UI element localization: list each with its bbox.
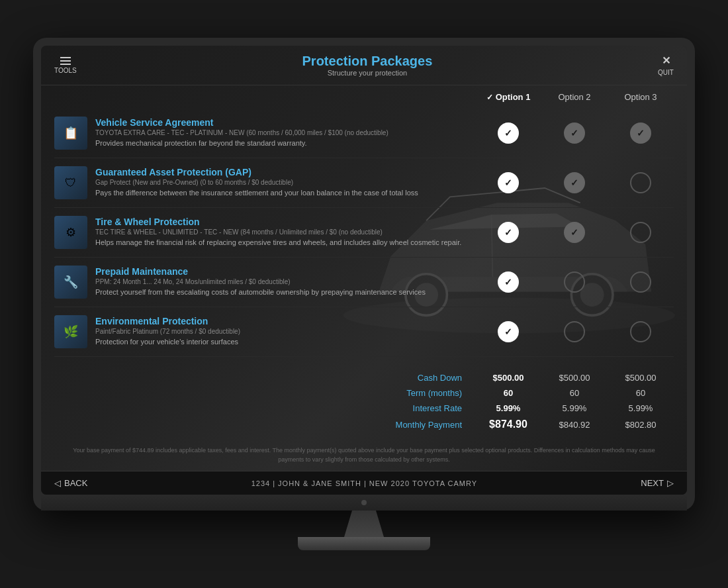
page-subtitle: Structure your protection — [302, 69, 433, 77]
prepaid-opt2-btn[interactable] — [564, 271, 585, 293]
cash-down-row: Cash Down $500.00 $500.00 $500.00 — [54, 370, 674, 385]
product-info-gap: Guaranteed Asset Protection (GAP) Gap Pr… — [95, 167, 475, 198]
check-icon: ✓ — [570, 177, 578, 188]
vsa-opt1-btn[interactable]: ✓ — [498, 122, 519, 144]
col-header-label-1: Option 1 — [496, 92, 531, 102]
env-subtitle: Paint/Fabric Platinum (72 months / $0 de… — [95, 328, 475, 335]
page-title: Protection Packages — [302, 54, 433, 69]
deal-info: 1234 | JOHN & JANE SMITH | NEW 2020 TOYO… — [251, 479, 477, 487]
back-arrow-icon: ◁ — [54, 478, 61, 488]
prepaid-opt3[interactable] — [608, 271, 674, 293]
stand-neck — [344, 511, 384, 537]
prepaid-opt1[interactable]: ✓ — [475, 271, 541, 293]
check-icon: ✓ — [504, 128, 512, 138]
tire-opt1-btn[interactable]: ✓ — [498, 222, 519, 243]
product-image-vsa: 📋 — [54, 117, 87, 150]
env-opt3[interactable] — [608, 321, 674, 342]
prepaid-name: Prepaid Maintenance — [95, 266, 475, 277]
col-header-option1: ✓ Option 1 — [475, 92, 541, 102]
monthly-label: Monthly Payment — [54, 420, 475, 430]
vsa-opt3-btn[interactable]: ✓ — [630, 122, 651, 144]
interest-label: Interest Rate — [54, 403, 475, 413]
check-icon: ✓ — [504, 227, 512, 238]
summary-area: Cash Down $500.00 $500.00 $500.00 Term (… — [41, 357, 687, 440]
tools-button[interactable]: TOOLS — [54, 57, 77, 74]
prepaid-opt3-btn[interactable] — [630, 271, 651, 293]
product-image-gap: 🛡 — [54, 166, 87, 199]
tire-opt2-btn[interactable]: ✓ — [564, 222, 585, 243]
interest-opt1: 5.99% — [475, 403, 541, 413]
check-icon: ✓ — [504, 326, 512, 337]
prepaid-opt1-btn[interactable]: ✓ — [498, 271, 519, 293]
gap-subtitle: Gap Protect (New and Pre-Owned) (0 to 60… — [95, 179, 475, 186]
env-opt3-btn[interactable] — [630, 321, 651, 342]
product-image-env: 🌿 — [54, 315, 87, 348]
gap-opt3-btn[interactable] — [630, 172, 651, 193]
vsa-options: ✓ ✓ ✓ — [475, 122, 674, 144]
monthly-opt2: $840.92 — [541, 420, 608, 430]
product-row-gap: 🛡 Guaranteed Asset Protection (GAP) Gap … — [54, 158, 674, 208]
check-icon: ✓ — [637, 128, 645, 138]
col-header-option3: Option 3 — [608, 92, 674, 102]
interest-row: Interest Rate 5.99% 5.99% 5.99% — [54, 401, 674, 416]
monthly-row: Monthly Payment $874.90 $840.92 $802.80 — [54, 416, 674, 433]
tire-image: ⚙ — [54, 216, 87, 249]
quit-button[interactable]: ✕ QUIT — [658, 54, 674, 76]
env-image: 🌿 — [54, 315, 87, 348]
monitor-stand — [298, 511, 430, 550]
product-row-prepaid: 🔧 Prepaid Maintenance PPM: 24 Month 1...… — [54, 258, 674, 307]
products-area: 📋 Vehicle Service Agreement TOYOTA EXTRA… — [41, 109, 687, 357]
env-opt2[interactable] — [541, 321, 608, 342]
prepaid-opt2[interactable] — [541, 271, 608, 293]
check-icon: ✓ — [486, 93, 493, 102]
gap-options: ✓ ✓ — [475, 172, 674, 193]
gap-opt1-btn[interactable]: ✓ — [498, 172, 519, 193]
gap-opt1[interactable]: ✓ — [475, 172, 541, 193]
env-opt2-btn[interactable] — [564, 321, 585, 342]
close-icon: ✕ — [662, 54, 670, 67]
term-opt2: 60 — [541, 388, 608, 398]
monthly-opt3: $802.80 — [608, 420, 674, 430]
product-row-tire: ⚙ Tire & Wheel Protection TEC TIRE & WHE… — [54, 208, 674, 258]
term-opt1: 60 — [475, 388, 541, 398]
cash-down-label: Cash Down — [54, 373, 475, 383]
back-button[interactable]: ◁ BACK — [54, 478, 87, 488]
gap-opt2[interactable]: ✓ — [541, 172, 608, 193]
column-headers: ✓ Option 1 Option 2 Option 3 — [41, 85, 687, 109]
tire-opt3-btn[interactable] — [630, 222, 651, 243]
next-button[interactable]: NEXT ▷ — [641, 478, 674, 488]
monitor-chin — [41, 495, 687, 511]
gap-opt2-btn[interactable]: ✓ — [564, 172, 585, 193]
product-info-tire: Tire & Wheel Protection TEC TIRE & WHEEL… — [95, 217, 475, 248]
next-label: NEXT — [641, 478, 664, 488]
vsa-opt3[interactable]: ✓ — [608, 122, 674, 144]
vsa-opt1[interactable]: ✓ — [475, 122, 541, 144]
hamburger-icon — [60, 57, 71, 65]
tire-name: Tire & Wheel Protection — [95, 217, 475, 227]
vsa-subtitle: TOYOTA EXTRA CARE - TEC - PLATINUM - NEW… — [95, 129, 475, 136]
check-icon: ✓ — [570, 128, 578, 138]
term-opt3: 60 — [608, 388, 674, 398]
vsa-opt2[interactable]: ✓ — [541, 122, 608, 144]
prepaid-desc: Protect yourself from the escalating cos… — [95, 287, 475, 297]
interest-opt2: 5.99% — [541, 403, 608, 413]
env-opt1-btn[interactable]: ✓ — [498, 321, 519, 342]
env-opt1[interactable]: ✓ — [475, 321, 541, 342]
env-name: Environmental Protection — [95, 316, 475, 326]
tire-options: ✓ ✓ — [475, 222, 674, 243]
tire-opt1[interactable]: ✓ — [475, 222, 541, 243]
tire-desc: Helps manage the financial risk of repla… — [95, 238, 475, 248]
col-header-option2: Option 2 — [541, 92, 608, 102]
col-header-label-2: Option 2 — [558, 92, 590, 102]
check-icon: ✓ — [570, 227, 578, 238]
term-row: Term (months) 60 60 60 — [54, 385, 674, 401]
gap-opt3[interactable] — [608, 172, 674, 193]
bottom-bar: ◁ BACK 1234 | JOHN & JANE SMITH | NEW 20… — [41, 471, 687, 495]
tire-opt2[interactable]: ✓ — [541, 222, 608, 243]
tools-label: TOOLS — [54, 67, 77, 74]
product-info-vsa: Vehicle Service Agreement TOYOTA EXTRA C… — [95, 117, 475, 148]
tire-opt3[interactable] — [608, 222, 674, 243]
vsa-opt2-btn[interactable]: ✓ — [564, 122, 585, 144]
product-info-env: Environmental Protection Paint/Fabric Pl… — [95, 316, 475, 347]
cash-down-opt1: $500.00 — [475, 373, 541, 383]
